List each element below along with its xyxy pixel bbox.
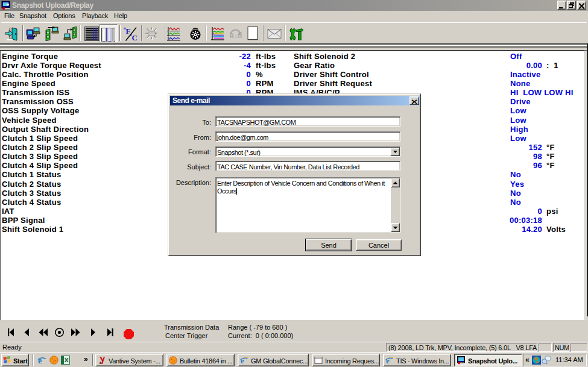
svg-text:e: e (241, 356, 244, 365)
svg-text:C: C (132, 33, 138, 41)
svg-text:e: e (386, 356, 390, 365)
svg-text:F: F (126, 27, 131, 36)
svg-text:e: e (38, 356, 42, 365)
